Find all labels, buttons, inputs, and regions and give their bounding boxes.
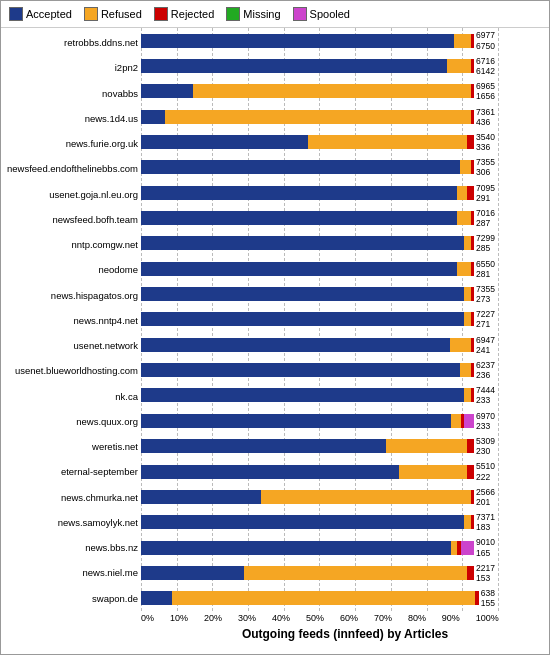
bar-rejected — [467, 439, 474, 453]
table-row: 7371183 — [141, 513, 495, 531]
bar-mid-label: 2566201 — [476, 487, 495, 507]
y-label-news-chmurka-net: news.chmurka.net — [1, 488, 138, 506]
bar-stack — [141, 135, 474, 149]
bar-stack — [141, 338, 474, 352]
bar-stack — [141, 439, 474, 453]
bar-right-label: 6970233 — [476, 411, 495, 431]
bar-refused — [450, 338, 470, 352]
bar-accepted — [141, 59, 447, 73]
table-row: 7361436 — [141, 108, 495, 126]
bar-rejected — [471, 312, 474, 326]
y-label-swapon-de: swapon.de — [1, 589, 138, 607]
legend-color-missing — [226, 7, 240, 21]
bar-accepted — [141, 541, 451, 555]
y-label-news-furie-org-uk: news.furie.org.uk — [1, 135, 138, 153]
bar-accepted — [141, 186, 457, 200]
x-tick: 20% — [204, 613, 222, 623]
bar-stack — [141, 160, 474, 174]
y-label-news-1d4-us: news.1d4.us — [1, 109, 138, 127]
bar-mid-label: 2217153 — [476, 563, 495, 583]
table-row: 9010165 — [141, 539, 495, 557]
bar-accepted — [141, 591, 172, 605]
bar-stack — [141, 566, 474, 580]
bar-accepted — [141, 338, 450, 352]
legend-label-refused: Refused — [101, 8, 142, 20]
y-label-retrobbs-ddns-net: retrobbs.ddns.net — [1, 34, 138, 52]
bar-refused — [457, 186, 467, 200]
bar-right-label: 7299285 — [476, 233, 495, 253]
x-tick: 60% — [340, 613, 358, 623]
legend-color-refused — [84, 7, 98, 21]
bar-accepted — [141, 465, 399, 479]
x-axis: 0%10%20%30%40%50%60%70%80%90%100% Outgoi… — [1, 611, 549, 651]
table-row: 7227271 — [141, 310, 495, 328]
bar-refused — [244, 566, 467, 580]
bar-stack — [141, 287, 474, 301]
bar-accepted — [141, 110, 165, 124]
bar-stack — [141, 34, 474, 48]
bar-rejected — [471, 363, 474, 377]
chart-container: AcceptedRefusedRejectedMissingSpooled re… — [0, 0, 550, 655]
bar-right-label: 7016287 — [476, 208, 495, 228]
bar-refused — [172, 591, 475, 605]
y-label-eternal-september: eternal-september — [1, 463, 138, 481]
bar-refused — [193, 84, 471, 98]
bar-right-label: 6237236 — [476, 360, 495, 380]
table-row: 638155 — [141, 589, 495, 607]
y-label-news-nntp4-net: news.nntp4.net — [1, 311, 138, 329]
y-axis-labels: retrobbs.ddns.neti2pn2novabbsnews.1d4.us… — [1, 28, 141, 611]
legend-item-accepted: Accepted — [9, 7, 72, 21]
bar-refused — [464, 515, 471, 529]
bar-right-label: 7444233 — [476, 385, 495, 405]
bar-right-label: 67166142 — [476, 56, 495, 76]
bar-refused — [464, 287, 471, 301]
table-row: 7355273 — [141, 285, 495, 303]
table-row: 7095291 — [141, 184, 495, 202]
y-label-news-hispagatos-org: news.hispagatos.org — [1, 286, 138, 304]
bar-stack — [141, 388, 474, 402]
bar-refused — [447, 59, 471, 73]
bars-container: 6977675067166142696516567361436354033673… — [141, 28, 495, 611]
bar-stack — [141, 84, 474, 98]
bar-rejected — [471, 262, 474, 276]
x-tick: 30% — [238, 613, 256, 623]
x-ticks: 0%10%20%30%40%50%60%70%80%90%100% — [141, 611, 549, 623]
bar-accepted — [141, 135, 308, 149]
table-row: 2217153 — [141, 564, 495, 582]
bar-right-label: 5510222 — [476, 461, 495, 481]
bar-accepted — [141, 262, 457, 276]
bar-stack — [141, 211, 474, 225]
y-label-weretis-net: weretis.net — [1, 438, 138, 456]
bar-refused — [165, 110, 471, 124]
bar-accepted — [141, 211, 457, 225]
bar-refused — [399, 465, 467, 479]
y-label-newsfeed-bofh-team: newsfeed.bofh.team — [1, 210, 138, 228]
x-tick: 80% — [408, 613, 426, 623]
x-tick: 70% — [374, 613, 392, 623]
bar-spooled — [461, 541, 474, 555]
table-row: 3540336 — [141, 133, 495, 151]
bar-accepted — [141, 34, 454, 48]
bar-refused — [451, 414, 461, 428]
bar-rejected — [471, 236, 474, 250]
bar-right-label: 7361436 — [476, 107, 495, 127]
bar-rejected — [471, 388, 474, 402]
bar-refused — [457, 211, 471, 225]
legend-label-accepted: Accepted — [26, 8, 72, 20]
bar-rejected — [471, 490, 474, 504]
table-row: 7355306 — [141, 158, 495, 176]
y-label-news-quux-org: news.quux.org — [1, 412, 138, 430]
bar-rejected — [471, 110, 474, 124]
table-row: 2566201 — [141, 488, 495, 506]
bar-accepted — [141, 439, 386, 453]
bar-stack — [141, 363, 474, 377]
bar-refused — [460, 363, 470, 377]
bar-rejected — [471, 160, 474, 174]
bar-accepted — [141, 84, 193, 98]
bar-accepted — [141, 414, 451, 428]
table-row: 6237236 — [141, 361, 495, 379]
bar-refused — [308, 135, 468, 149]
bar-stack — [141, 110, 474, 124]
bar-refused — [464, 236, 471, 250]
x-tick: 10% — [170, 613, 188, 623]
